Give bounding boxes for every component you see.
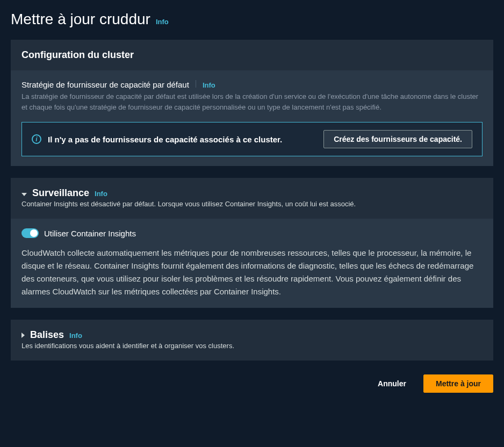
surveillance-body-text: CloudWatch collecte automatiquement les … — [21, 247, 483, 298]
cluster-config-header: Configuration du cluster — [11, 40, 493, 70]
capacity-alert: Il n'y a pas de fournisseurs de capacité… — [21, 122, 483, 156]
surveillance-body: Utiliser Container Insights CloudWatch c… — [11, 219, 493, 308]
container-insights-toggle[interactable] — [21, 228, 39, 238]
capacity-info-link[interactable]: Info — [203, 81, 215, 89]
container-insights-toggle-row: Utiliser Container Insights — [21, 228, 483, 238]
surveillance-info-link[interactable]: Info — [95, 190, 107, 198]
container-insights-label: Utiliser Container Insights — [44, 229, 136, 238]
balises-header: Balises Info Les identifications vous ai… — [11, 320, 493, 361]
alert-content: Il n'y a pas de fournisseurs de capacité… — [32, 134, 282, 144]
page-title: Mettre à jour cruddur — [11, 11, 150, 28]
balises-info-link[interactable]: Info — [69, 331, 82, 340]
capacity-desc: La stratégie de fournisseur de capacité … — [21, 91, 483, 112]
cancel-button[interactable]: Annuler — [369, 375, 415, 392]
surveillance-panel: Surveillance Info Container Insights est… — [11, 178, 493, 308]
surveillance-desc: Container Insights est désactivé par déf… — [21, 199, 483, 217]
alert-text: Il n'y a pas de fournisseurs de capacité… — [48, 135, 282, 144]
header-info-link[interactable]: Info — [156, 18, 169, 26]
surveillance-title: Surveillance — [32, 188, 89, 199]
capacity-title-row: Stratégie de fournisseur de capacité par… — [21, 80, 483, 89]
update-button[interactable]: Mettre à jour — [423, 374, 493, 393]
footer-actions: Annuler Mettre à jour — [11, 372, 493, 399]
create-capacity-button[interactable]: Créez des fournisseurs de capacité. — [323, 130, 472, 148]
cluster-config-title: Configuration du cluster — [21, 49, 483, 61]
balises-panel: Balises Info Les identifications vous ai… — [11, 320, 493, 361]
divider-icon — [196, 80, 196, 88]
balises-desc: Les identifications vous aident à identi… — [21, 341, 483, 358]
chevron-right-icon — [21, 333, 25, 338]
surveillance-expand-toggle[interactable]: Surveillance Info — [21, 188, 483, 199]
capacity-title: Stratégie de fournisseur de capacité par… — [21, 80, 189, 89]
info-icon — [32, 134, 41, 144]
balises-expand-toggle[interactable]: Balises Info — [21, 329, 483, 341]
surveillance-header: Surveillance Info Container Insights est… — [11, 178, 493, 219]
cluster-config-body: Stratégie de fournisseur de capacité par… — [11, 70, 493, 166]
chevron-down-icon — [21, 193, 27, 196]
balises-title: Balises — [30, 329, 64, 341]
page-header: Mettre à jour cruddur Info — [11, 11, 493, 28]
cluster-config-panel: Configuration du cluster Stratégie de fo… — [11, 40, 493, 166]
